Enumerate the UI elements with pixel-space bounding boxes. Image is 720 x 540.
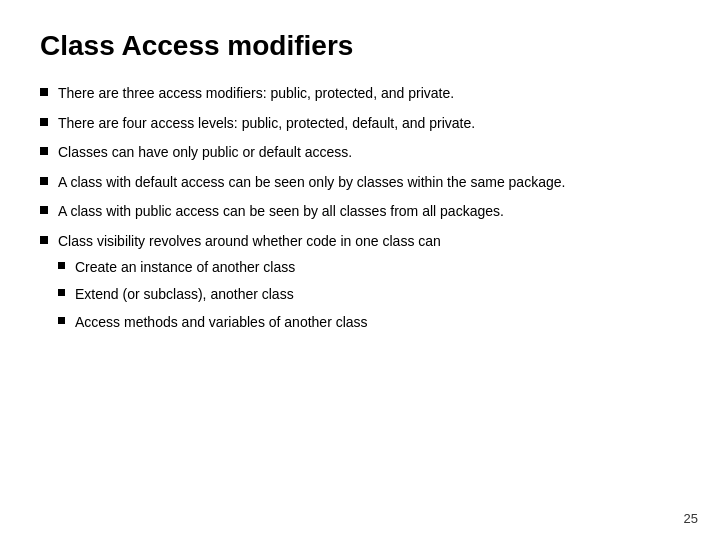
bullet-square-icon	[40, 177, 48, 185]
slide-container: Class Access modifiers There are three a…	[0, 0, 720, 540]
bullet-label: Classes can have only public or default …	[58, 144, 352, 160]
sub-bullet-square-icon	[58, 262, 65, 269]
sub-bullet-list-5: Create an instance of another classExten…	[58, 258, 441, 333]
sub-bullet-label: Access methods and variables of another …	[75, 313, 368, 333]
bullet-item-2: Classes can have only public or default …	[40, 143, 680, 163]
bullet-square-icon	[40, 147, 48, 155]
bullet-square-icon	[40, 206, 48, 214]
bullet-label: A class with default access can be seen …	[58, 174, 565, 190]
slide-title: Class Access modifiers	[40, 30, 680, 62]
sub-bullet-item-0: Create an instance of another class	[58, 258, 441, 278]
sub-bullet-square-icon	[58, 289, 65, 296]
sub-bullet-item-2: Access methods and variables of another …	[58, 313, 441, 333]
bullet-label: There are four access levels: public, pr…	[58, 115, 475, 131]
bullet-square-icon	[40, 118, 48, 126]
bullet-text-0: There are three access modifiers: public…	[58, 84, 454, 104]
bullet-square-icon	[40, 88, 48, 96]
bullet-list: There are three access modifiers: public…	[40, 84, 680, 340]
bullet-item-3: A class with default access can be seen …	[40, 173, 680, 193]
sub-bullet-square-icon	[58, 317, 65, 324]
bullet-item-0: There are three access modifiers: public…	[40, 84, 680, 104]
sub-bullet-label: Create an instance of another class	[75, 258, 295, 278]
sub-bullet-item-1: Extend (or subclass), another class	[58, 285, 441, 305]
bullet-item-4: A class with public access can be seen b…	[40, 202, 680, 222]
page-number: 25	[684, 511, 698, 526]
bullet-text-4: A class with public access can be seen b…	[58, 202, 504, 222]
bullet-text-2: Classes can have only public or default …	[58, 143, 352, 163]
bullet-label: A class with public access can be seen b…	[58, 203, 504, 219]
bullet-label: There are three access modifiers: public…	[58, 85, 454, 101]
bullet-text-1: There are four access levels: public, pr…	[58, 114, 475, 134]
bullet-square-icon	[40, 236, 48, 244]
sub-bullet-label: Extend (or subclass), another class	[75, 285, 294, 305]
bullet-item-1: There are four access levels: public, pr…	[40, 114, 680, 134]
bullet-text-5: Class visibility revolves around whether…	[58, 232, 441, 340]
bullet-item-5: Class visibility revolves around whether…	[40, 232, 680, 340]
bullet-text-3: A class with default access can be seen …	[58, 173, 565, 193]
bullet-label: Class visibility revolves around whether…	[58, 233, 441, 249]
